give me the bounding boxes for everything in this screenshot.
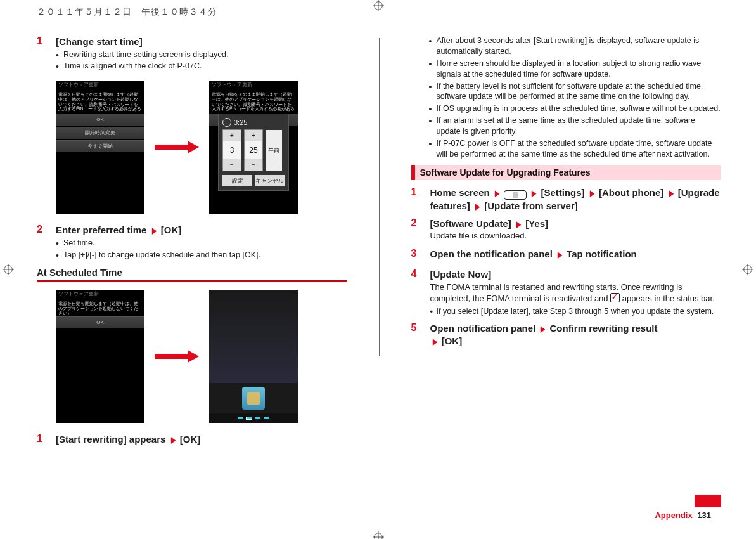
triangle-icon: ▶	[516, 219, 521, 230]
bullet: If the battery level is not sufficient f…	[429, 81, 722, 103]
bullet: After about 3 seconds after [Start rewri…	[429, 36, 722, 57]
step-open-panel: 3 Open the notification panel ▶ Tap noti…	[411, 248, 722, 262]
footer-section: Appendix	[655, 510, 692, 520]
step-number: 3	[411, 248, 423, 262]
section-title: Software Update for Upgrading Features	[411, 165, 722, 180]
page-tab	[695, 495, 721, 507]
step-title: Enter preferred time ▶ [OK]	[56, 224, 347, 237]
menu-key-icon	[504, 190, 527, 200]
page-timestamp: ２０１１年５月１２日 午後１０時３４分	[37, 6, 721, 18]
column-divider	[379, 38, 380, 356]
step-home-settings: 1 Home screen ▶ ▶ [Settings] ▶ [About ph…	[411, 186, 722, 214]
step-title: [Start rewriting] appears ▶ [OK]	[56, 433, 347, 446]
footer-page: 131	[697, 510, 711, 520]
phone-screenshot-timepicker: ソフトウェア更新 電源を自動をそのまま開始します（起動中は、他のアプリケーション…	[209, 81, 298, 214]
step-number: 5	[411, 322, 423, 349]
triangle-icon: ▶	[558, 250, 562, 261]
step-title: [Change start time]	[56, 36, 347, 48]
phone-screenshot-settings: ソフトウェア更新 電源を自動をそのまま開始します（起動中は、他のアプリケーション…	[56, 81, 144, 214]
bullet: If OS upgrading is in process at the sch…	[429, 103, 722, 114]
step-number: 4	[411, 268, 423, 318]
step-title: Home screen ▶ ▶ [Settings] ▶ [About phon…	[430, 186, 722, 212]
phone-screenshot-home	[209, 290, 298, 423]
step-number: 2	[37, 224, 48, 262]
step-title: Open notification panel ▶ Confirm rewrit…	[430, 322, 722, 347]
bullet: Rewriting start time setting screen is d…	[56, 49, 347, 60]
arrow-right-icon	[155, 143, 199, 152]
step-sub: The FOMA terminal is restarted and rewri…	[430, 282, 722, 304]
bullet: Home screen should be displayed in a loc…	[429, 58, 722, 80]
step-software-update: 2 [Software Update] ▶ [Yes] Update file …	[411, 218, 722, 245]
right-column: After about 3 seconds after [Start rewri…	[411, 36, 722, 451]
left-column: 1 [Change start time] Rewriting start ti…	[37, 36, 347, 451]
figure-row-2: ソフトウェア更新 電源を自動を開始します（起動中は、他のアプリケーションを起動し…	[56, 290, 347, 423]
step-confirm-result: 5 Open notification panel ▶ Confirm rewr…	[411, 322, 722, 349]
step-update-now: 4 [Update Now] The FOMA terminal is rest…	[411, 268, 722, 318]
step-number: 1	[37, 433, 48, 447]
subheading: At Scheduled Time	[37, 267, 347, 278]
step-title: [Update Now]	[430, 268, 722, 281]
step-title: Open the notification panel ▶ Tap notifi…	[430, 248, 722, 261]
step-change-start-time: 1 [Change start time] Rewriting start ti…	[37, 36, 347, 73]
step-enter-time: 2 Enter preferred time ▶ [OK] Set time. …	[37, 224, 347, 262]
box-icon	[242, 387, 265, 410]
triangle-icon: ▶	[170, 435, 175, 446]
triangle-icon: ▶	[494, 188, 499, 199]
arrow-right-icon	[155, 352, 199, 361]
figure-row-1: ソフトウェア更新 電源を自動をそのまま開始します（起動中は、他のアプリケーション…	[56, 81, 347, 214]
red-rule	[37, 280, 347, 282]
triangle-icon: ▶	[532, 188, 536, 199]
step-title: [Software Update] ▶ [Yes]	[430, 218, 722, 230]
step-sub: Update file is downloaded.	[430, 231, 722, 242]
triangle-icon: ▶	[589, 188, 594, 199]
step-number: 2	[411, 218, 423, 245]
bullet: Set time.	[56, 238, 347, 249]
registration-mark-bottom	[373, 531, 384, 539]
registration-mark-right	[742, 264, 753, 275]
page-footer: Appendix 131	[655, 510, 711, 520]
triangle-icon: ▶	[541, 324, 545, 335]
registration-mark-left	[3, 264, 14, 275]
triangle-icon: ▶	[432, 337, 437, 347]
phone-screenshot-ok: ソフトウェア更新 電源を自動を開始します（起動中は、他のアプリケーションを起動し…	[56, 290, 144, 423]
bullet: If you select [Update later], take Step …	[430, 306, 722, 317]
step-start-rewriting: 1 [Start rewriting] appears ▶ [OK]	[37, 433, 347, 447]
bullet: If an alarm is set at the same time as t…	[429, 115, 722, 137]
bullet: Time is aligned with the clock of P-07C.	[56, 61, 347, 72]
triangle-icon: ▶	[475, 202, 480, 212]
step-number: 1	[37, 36, 48, 73]
step-number: 1	[411, 186, 423, 214]
bullet: If P-07C power is OFF at the scheduled s…	[429, 138, 722, 160]
check-icon	[610, 293, 620, 302]
triangle-icon: ▶	[151, 226, 156, 237]
triangle-icon: ▶	[669, 188, 673, 199]
bullet: Tap [+]/[-] to change update schedule an…	[56, 250, 347, 261]
